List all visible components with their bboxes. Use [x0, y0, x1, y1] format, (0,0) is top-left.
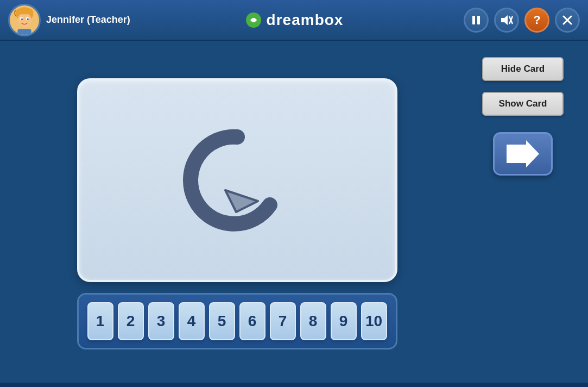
help-icon: ? [533, 13, 540, 27]
pause-button[interactable] [464, 8, 489, 33]
number-button-9[interactable]: 9 [331, 302, 357, 340]
help-button[interactable]: ? [524, 8, 549, 33]
show-card-button[interactable]: Show Card [482, 92, 564, 116]
svg-marker-10 [501, 15, 508, 25]
hide-card-button[interactable]: Hide Card [482, 57, 564, 81]
svg-point-4 [21, 18, 23, 20]
number-button-1[interactable]: 1 [87, 302, 113, 340]
svg-point-1 [17, 13, 31, 27]
svg-rect-6 [17, 29, 31, 35]
dreambox-logo-icon [245, 11, 262, 29]
next-arrow-icon [507, 140, 539, 167]
flash-card [77, 78, 397, 282]
refresh-icon [178, 121, 297, 240]
number-button-7[interactable]: 7 [270, 302, 296, 340]
main-content: 12345678910 Hide Card Show Card [0, 41, 588, 387]
dreambox-logo-text: dreambox [267, 11, 344, 29]
close-button[interactable] [555, 8, 580, 33]
side-panel: Hide Card Show Card [474, 52, 572, 176]
number-button-5[interactable]: 5 [209, 302, 235, 340]
avatar [8, 4, 41, 36]
bottom-bar [0, 383, 588, 387]
logo-area: dreambox [245, 11, 344, 29]
number-row: 12345678910 [77, 293, 397, 349]
svg-rect-9 [477, 16, 480, 24]
svg-marker-16 [507, 140, 539, 167]
svg-point-5 [27, 18, 29, 20]
card-container: 12345678910 [16, 52, 458, 376]
number-button-8[interactable]: 8 [300, 302, 326, 340]
number-button-10[interactable]: 10 [361, 302, 387, 340]
number-button-6[interactable]: 6 [239, 302, 265, 340]
mute-button[interactable] [494, 8, 519, 33]
next-button[interactable] [493, 132, 553, 176]
svg-marker-15 [225, 190, 258, 212]
teacher-name-label: Jennifer (Teacher) [46, 14, 130, 26]
svg-rect-8 [472, 16, 475, 24]
number-button-4[interactable]: 4 [179, 302, 205, 340]
number-button-2[interactable]: 2 [118, 302, 144, 340]
header-controls: ? [464, 8, 580, 33]
number-button-3[interactable]: 3 [148, 302, 174, 340]
header: Jennifer (Teacher) dreambox ? [0, 0, 588, 41]
